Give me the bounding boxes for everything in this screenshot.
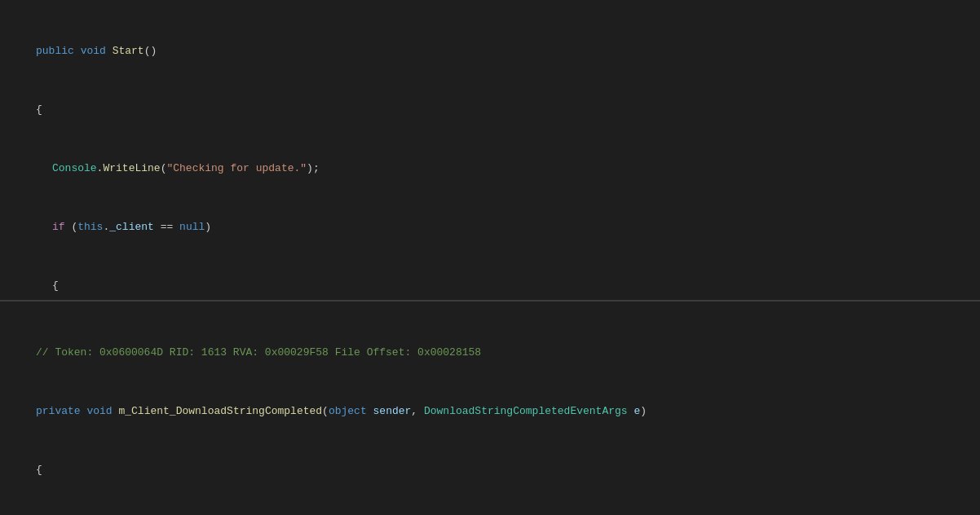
line-row: Console.WriteLine("Checking for update."… [0,161,980,176]
line-row: private void m_Client_DownloadStringComp… [0,404,980,419]
line-content: { [33,103,980,117]
line-content: { [33,279,980,293]
line-row: public void Start() [0,44,980,59]
line-row: { [0,463,980,478]
line-content: // Token: 0x0600064D RID: 1613 RVA: 0x00… [33,346,980,360]
code-editor: public void Start() { Console.WriteLine(… [0,0,980,515]
line-content: private void m_Client_DownloadStringComp… [33,404,980,419]
top-code-section: public void Start() { Console.WriteLine(… [0,0,980,301]
bottom-code-content: // Token: 0x0600064D RID: 1613 RVA: 0x00… [0,302,980,515]
line-row: { [0,279,980,293]
line-row: { [0,103,980,117]
line-content: if (this._client == null) [33,220,980,235]
line-content: Console.WriteLine("Checking for update."… [33,161,980,176]
line-row: if (this._client == null) [0,220,980,235]
bottom-code-section: // Token: 0x0600064D RID: 1613 RVA: 0x00… [0,302,980,515]
line-content: public void Start() [33,44,980,59]
line-row: // Token: 0x0600064D RID: 1613 RVA: 0x00… [0,346,980,360]
line-content: { [33,463,980,478]
top-code-content: public void Start() { Console.WriteLine(… [0,0,980,301]
